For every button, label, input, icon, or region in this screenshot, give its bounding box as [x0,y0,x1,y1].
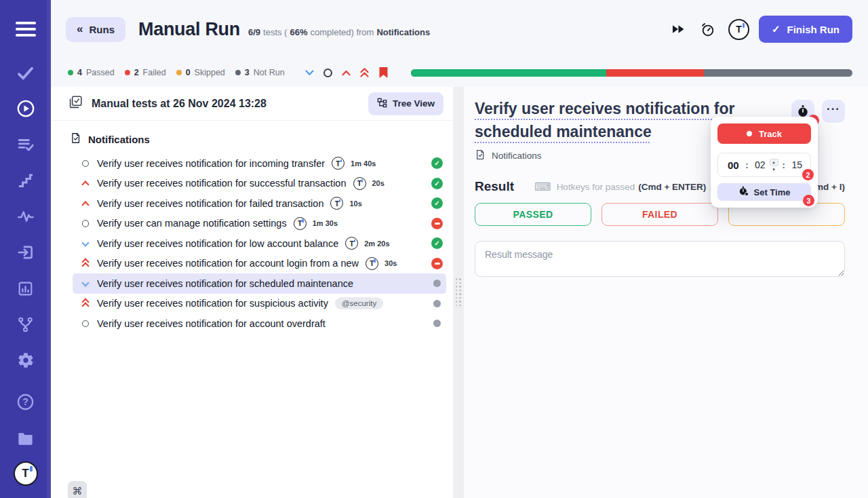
priority-icon [81,239,91,248]
fast-forward-icon[interactable] [671,24,685,35]
status-row: 4Passed 2Failed 0Skipped 3Not Run [51,58,868,87]
legend-notrun: 3Not Run [235,68,285,77]
suite-header[interactable]: Notifications [51,121,453,153]
finish-run-button[interactable]: ✓ Finish Run [759,16,852,43]
test-row[interactable]: Verify user can manage notification sett… [73,214,446,234]
breadcrumb[interactable]: Notifications [475,149,542,162]
document-check-icon [475,149,486,162]
test-duration: 2m 20s [364,240,389,248]
test-detail-panel: Verify user receives notification for sc… [464,87,868,498]
pulse-icon[interactable] [14,206,37,227]
status-icon [431,237,443,249]
test-title: Verify user receives notification for in… [97,158,325,169]
test-row[interactable]: Verify user receives notification for ac… [73,254,446,274]
legend-skipped: 0Skipped [176,68,225,77]
test-row[interactable]: Verify user receives notification for su… [73,294,446,314]
back-to-runs-button[interactable]: « Runs [66,17,125,42]
analytics-chart-icon[interactable] [14,277,37,299]
page-title: Manual Run [138,19,240,40]
test-row-selected[interactable]: Verify user receives notification for sc… [73,273,446,294]
settings-gear-icon[interactable] [14,349,37,371]
suite-name: Notifications [376,27,430,37]
priority-icon [81,299,91,308]
test-duration: 1m 30s [313,219,338,227]
priority-icon [81,258,91,268]
hotkeys-cmd-button[interactable]: ⌘ [68,481,87,498]
branches-icon[interactable] [14,313,37,335]
seconds-field[interactable]: 15 [791,159,802,170]
hotkeys-hint-tail: md + I) [815,182,845,192]
double-chevron-left-icon: « [77,23,83,35]
tag-badge: @security [335,297,383,309]
minutes-field[interactable]: 02 [755,159,766,170]
hours-field[interactable]: 00 [728,159,739,171]
projects-folder-icon[interactable] [14,427,37,448]
testomat-logo-icon[interactable]: T [14,463,37,484]
test-row[interactable]: Verify user receives notification for su… [73,174,446,194]
passed-button[interactable]: PASSED [475,203,591,226]
svg-text:?: ? [22,396,28,407]
keyboard-icon: ⌨ [534,181,551,193]
milestones-stairs-icon[interactable] [14,170,37,191]
double-chevron-up-filter-icon[interactable] [360,66,369,79]
run-progress-bar [411,69,852,77]
skipped-dot-icon [176,70,182,75]
stepper-up-icon[interactable]: ▲ [770,159,778,166]
test-row[interactable]: Verify user receives notification for lo… [73,233,446,254]
progress-passed-segment [411,69,606,77]
test-plans-icon[interactable] [14,134,37,155]
results-legend: 4Passed 2Failed 0Skipped 3Not Run [68,68,285,77]
testomat-badge-icon: T [294,217,307,230]
testomat-badge-icon: T [332,157,344,170]
test-duration: 20s [372,179,384,187]
failed-button[interactable]: FAILED [601,203,718,226]
legend-passed: 4Passed [68,68,115,77]
import-icon[interactable] [14,242,37,263]
test-title: Verify user can manage notification sett… [97,218,287,229]
run-stats: 6/9 tests ( 66% completed) from Notifica… [248,27,430,37]
more-options-button[interactable]: ··· [822,100,845,123]
test-row[interactable]: Verify user receives notification for fa… [73,193,446,214]
passed-dot-icon [68,70,73,75]
status-icon [431,258,443,269]
priority-filters [305,66,389,79]
track-button[interactable]: Track [717,123,811,144]
test-title: Verify user receives notification for fa… [97,198,323,209]
hotkeys-hint: ⌨ Hotkeys for passed (Cmd + ENTER) , fai… [534,181,736,193]
priority-icon [81,178,91,188]
back-label: Runs [89,24,115,35]
record-dot-icon [747,131,752,136]
chevron-up-filter-icon[interactable] [342,66,351,79]
result-message-input[interactable] [475,241,845,277]
bookmark-filter-icon[interactable] [378,66,389,79]
tests-check-icon[interactable] [14,62,37,83]
timer-icon[interactable] [700,22,715,37]
tour-step-badge: 2 [802,169,814,180]
circle-filter-icon[interactable] [323,66,332,79]
stopwatch-gear-icon [738,186,749,198]
result-heading: Result [475,179,514,194]
tour-step-badge: 3 [803,195,814,206]
app-logo-icon[interactable]: T [728,19,749,40]
status-icon [431,178,443,189]
status-icon [433,320,441,327]
time-input: 00 : 02 ▲ ▼ : 15 2 [717,153,811,177]
splitter-handle-icon [456,278,462,307]
help-icon[interactable]: ? [14,391,37,413]
test-row[interactable]: Verify user receives notification for ac… [73,313,446,334]
test-row[interactable]: Verify user receives notification for in… [73,153,446,174]
priority-icon [81,199,91,208]
tests-fraction: 6/9 [248,27,260,37]
stepper-down-icon[interactable]: ▼ [772,168,776,172]
menu-icon[interactable] [14,18,37,40]
runs-play-icon[interactable] [14,98,37,119]
chevron-down-filter-icon[interactable] [305,66,314,79]
tree-view-button[interactable]: Tree View [368,92,443,115]
set-time-button[interactable]: Set Time 3 [717,183,811,201]
check-icon: ✓ [772,23,781,35]
panel-splitter[interactable] [453,87,464,498]
test-title: Verify user receives notification for su… [97,298,328,309]
progress-failed-segment [606,69,705,77]
priority-icon [81,279,91,288]
minutes-stepper: ▲ ▼ [769,159,778,172]
